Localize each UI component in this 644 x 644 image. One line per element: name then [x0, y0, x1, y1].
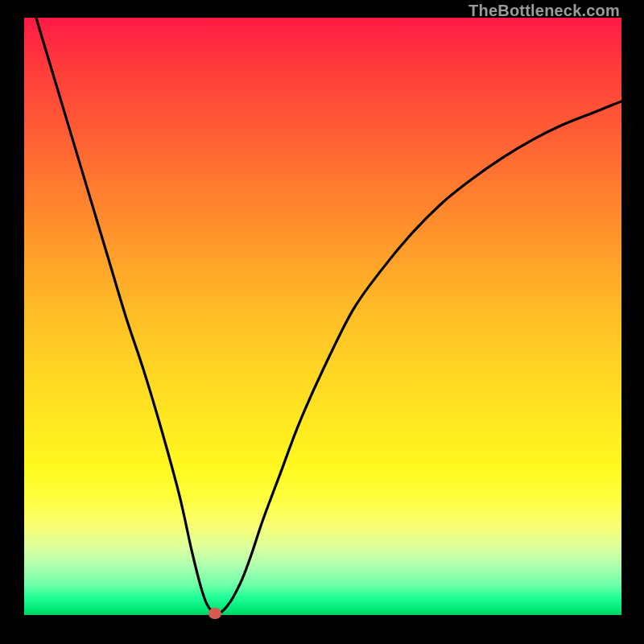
plot-area — [24, 18, 621, 615]
chart-frame: TheBottleneck.com — [0, 0, 644, 644]
bottleneck-curve — [24, 18, 621, 615]
optimal-point-marker — [208, 608, 221, 619]
